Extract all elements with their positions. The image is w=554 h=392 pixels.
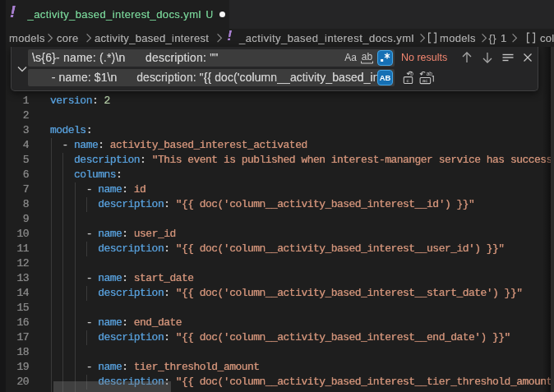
svg-text:b: b <box>410 71 413 76</box>
svg-text:c: c <box>407 77 409 83</box>
svg-text:ac: ac <box>422 77 428 83</box>
svg-text:ab: ab <box>427 71 433 76</box>
